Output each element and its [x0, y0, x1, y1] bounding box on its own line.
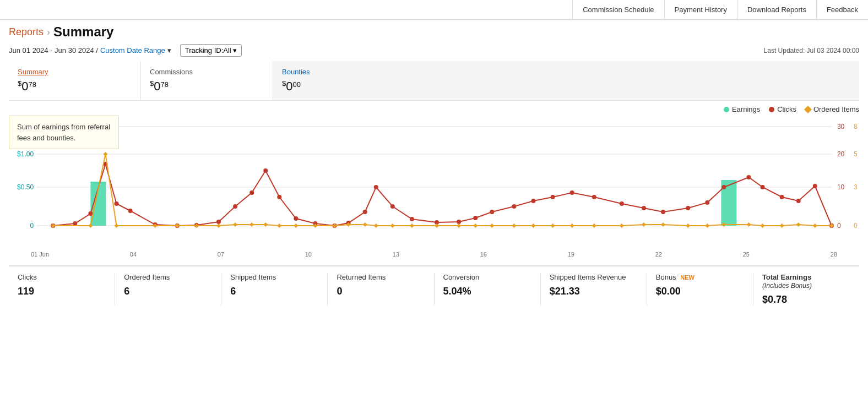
stat-conversion-value: 5.04%	[443, 286, 531, 297]
svg-point-44	[512, 204, 516, 209]
svg-marker-100	[813, 223, 817, 228]
x-label-01jun: 01 Jun	[31, 251, 49, 258]
svg-text:20: 20	[837, 150, 845, 158]
date-chevron[interactable]: ▾	[167, 46, 171, 54]
stat-ordered-items-header: Ordered Items	[124, 273, 212, 281]
stat-ordered-items: Ordered Items 6	[115, 273, 221, 306]
svg-marker-89	[592, 223, 596, 228]
main-chart-svg: $1.50 $1.00 $0.50 0 30 20 10 0 8 5 3 0	[9, 116, 859, 248]
feedback-tab[interactable]: Feedback	[816, 0, 868, 19]
svg-marker-64	[114, 223, 118, 228]
stat-returned-items-value: 0	[337, 286, 425, 297]
ordered-items-legend-dot	[804, 106, 812, 113]
svg-point-59	[813, 184, 817, 188]
svg-marker-88	[570, 223, 574, 228]
summary-tabs: Summary $078 Commissions $078 Bounties $…	[9, 61, 859, 101]
tab-commissions-label[interactable]: Commissions	[150, 68, 251, 76]
date-bar: Jun 01 2024 - Jun 30 2024 / Custom Date …	[0, 42, 868, 61]
stat-bonus-value: $0.00	[656, 286, 744, 297]
legend-clicks: Clicks	[769, 105, 796, 113]
chart-section: Earnings Clicks Ordered Items $1.50 $1.0…	[9, 105, 859, 259]
svg-marker-86	[531, 223, 535, 228]
svg-marker-81	[435, 223, 439, 228]
tab-bounties-amount: $000	[282, 79, 837, 94]
svg-point-50	[642, 206, 646, 210]
svg-point-20	[88, 211, 93, 216]
stats-table: Clicks 119 Ordered Items 6 Shipped Items…	[9, 265, 859, 306]
svg-marker-92	[661, 222, 665, 227]
svg-point-22	[114, 201, 118, 206]
svg-point-52	[686, 206, 690, 210]
x-label-07: 07	[218, 251, 224, 258]
svg-text:10: 10	[837, 183, 845, 191]
svg-marker-99	[796, 222, 801, 227]
svg-point-28	[233, 204, 237, 209]
svg-point-53	[705, 200, 709, 205]
svg-marker-98	[780, 223, 784, 228]
svg-text:$0.50: $0.50	[17, 183, 34, 191]
svg-marker-91	[642, 222, 646, 227]
svg-marker-83	[473, 223, 478, 228]
clicks-legend-dot	[769, 107, 774, 112]
svg-text:8: 8	[854, 123, 858, 130]
top-navigation: Commission Schedule Payment History Down…	[0, 0, 868, 20]
svg-marker-71	[263, 222, 268, 227]
stat-clicks: Clicks 119	[9, 273, 115, 306]
page-header: Reports › Summary	[0, 20, 868, 42]
tab-bounties-label[interactable]: Bounties	[282, 68, 837, 76]
stat-shipped-items: Shipped Items 6	[221, 273, 328, 306]
svg-marker-94	[705, 223, 709, 228]
svg-point-36	[363, 210, 367, 214]
stat-shipped-revenue: Shipped Items Revenue $21.33	[541, 273, 647, 306]
svg-point-31	[277, 195, 281, 199]
stat-shipped-revenue-header: Shipped Items Revenue	[550, 273, 638, 281]
svg-marker-70	[249, 222, 254, 227]
svg-point-30	[263, 168, 268, 173]
tab-summary[interactable]: Summary $078	[9, 61, 141, 100]
svg-point-51	[661, 210, 665, 214]
chart-legend: Earnings Clicks Ordered Items	[9, 105, 859, 113]
tracking-id-button[interactable]: Tracking ID:All ▾	[180, 44, 242, 57]
svg-text:3: 3	[854, 183, 858, 191]
stat-total-earnings: Total Earnings (Includes Bonus) $0.78	[753, 273, 859, 306]
svg-marker-72	[277, 223, 281, 228]
tooltip-box: Sum of earnings from referral fees and b…	[9, 116, 119, 149]
x-label-22: 22	[655, 251, 662, 258]
svg-point-49	[620, 201, 624, 206]
stat-clicks-header: Clicks	[18, 273, 106, 281]
stat-returned-items: Returned Items 0	[328, 273, 434, 306]
stat-clicks-value: 119	[18, 286, 106, 297]
stat-shipped-revenue-value: $21.33	[550, 286, 638, 297]
ordered-items-legend-label: Ordered Items	[813, 105, 859, 113]
svg-point-57	[780, 195, 784, 199]
x-label-19: 19	[568, 251, 574, 258]
tab-bounties[interactable]: Bounties $000	[273, 61, 859, 100]
download-reports-tab[interactable]: Download Reports	[737, 0, 816, 19]
stat-ordered-items-value: 6	[124, 286, 212, 297]
tab-commissions[interactable]: Commissions $078	[141, 61, 273, 100]
stat-total-earnings-header: Total Earnings (Includes Bonus)	[762, 273, 850, 290]
payment-history-tab[interactable]: Payment History	[664, 0, 737, 19]
svg-marker-97	[761, 223, 765, 228]
legend-ordered-items: Ordered Items	[805, 105, 859, 113]
custom-date-range-link[interactable]: Custom Date Range	[100, 46, 165, 54]
legend-earnings: Earnings	[724, 105, 760, 113]
svg-point-58	[796, 199, 801, 203]
svg-point-41	[457, 220, 461, 224]
tab-summary-label[interactable]: Summary	[18, 68, 118, 76]
svg-marker-69	[233, 222, 237, 227]
breadcrumb-reports[interactable]: Reports	[9, 26, 44, 38]
commission-schedule-tab[interactable]: Commission Schedule	[572, 0, 664, 19]
x-label-28: 28	[831, 251, 837, 258]
svg-marker-90	[620, 223, 624, 228]
stat-bonus-header: Bonus NEW	[656, 273, 744, 281]
tooltip-text: Sum of earnings from referral fees and b…	[17, 123, 110, 142]
earnings-legend-dot	[724, 107, 729, 112]
svg-marker-63	[103, 152, 107, 156]
svg-point-39	[410, 217, 414, 221]
clicks-legend-label: Clicks	[777, 105, 796, 113]
tab-commissions-amount: $078	[150, 79, 251, 94]
x-axis-labels: 01 Jun 04 07 10 13 16 19 22 25 28	[9, 250, 859, 259]
stat-total-earnings-subheader: (Includes Bonus)	[762, 282, 812, 290]
stat-total-earnings-value: $0.78	[762, 294, 850, 306]
